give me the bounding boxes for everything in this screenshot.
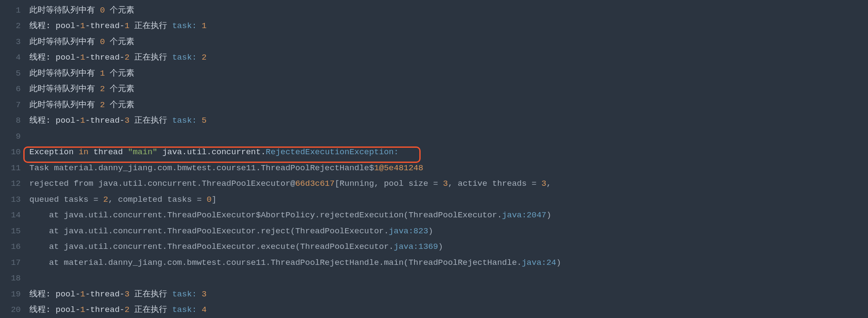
code-line[interactable]: 20线程: pool-1-thread-2 正在执行 task: 4	[0, 302, 868, 318]
code-line[interactable]: 6此时等待队列中有 2 个元素	[0, 82, 868, 98]
code-token: 此时等待队列中有	[29, 101, 100, 109]
code-token: -thread-	[85, 22, 124, 30]
code-token: 2	[100, 101, 105, 109]
code-token: 1	[80, 22, 85, 30]
code-token: java:823	[389, 227, 428, 235]
code-content[interactable]: 线程: pool-1-thread-3 正在执行 task: 5	[27, 117, 207, 125]
code-content[interactable]: Exception in thread "main" java.util.con…	[27, 148, 399, 156]
code-content[interactable]: queued tasks = 2, completed tasks = 0]	[27, 196, 216, 204]
line-number: 13	[0, 196, 27, 204]
code-token: 1	[100, 70, 105, 78]
code-token: 线程: pool-	[29, 306, 80, 314]
code-token: 线程: pool-	[29, 117, 80, 125]
code-line[interactable]: 4线程: pool-1-thread-2 正在执行 task: 2	[0, 50, 868, 66]
code-line[interactable]: 18	[0, 271, 868, 287]
code-content[interactable]: 线程: pool-1-thread-1 正在执行 task: 1	[27, 22, 207, 30]
code-content[interactable]: Task material.danny_jiang.com.bmwtest.co…	[27, 164, 423, 172]
code-token: -thread-	[85, 117, 124, 125]
code-line[interactable]: 17 at material.danny_jiang.com.bmwtest.c…	[0, 255, 868, 271]
code-line[interactable]: 19线程: pool-1-thread-3 正在执行 task: 3	[0, 286, 868, 302]
code-content[interactable]: rejected from java.util.concurrent.Threa…	[27, 180, 551, 188]
code-token: 1	[124, 22, 129, 30]
code-line[interactable]: 10Exception in thread "main" java.util.c…	[0, 145, 868, 161]
code-token: task:	[172, 22, 202, 30]
code-content[interactable]: 此时等待队列中有 0 个元素	[27, 6, 134, 15]
code-token: at material.danny_jiang.com.bmwtest.cour…	[29, 259, 522, 267]
code-line[interactable]: 14 at java.util.concurrent.ThreadPoolExe…	[0, 208, 868, 224]
code-token: java:24	[522, 259, 556, 267]
code-line[interactable]: 12rejected from java.util.concurrent.Thr…	[0, 176, 868, 192]
code-token: java:1369	[394, 243, 438, 251]
code-token: -thread-	[85, 290, 124, 299]
code-token: 4	[202, 306, 206, 314]
code-content[interactable]: 此时等待队列中有 1 个元素	[27, 70, 134, 78]
line-number: 5	[0, 70, 27, 78]
code-content[interactable]: 此时等待队列中有 2 个元素	[27, 85, 134, 93]
code-token: 3	[542, 180, 546, 188]
code-token: thread	[89, 148, 128, 156]
code-token: -thread-	[85, 54, 124, 62]
code-token: in	[79, 148, 89, 156]
code-token: Task material.danny_jiang.com.bmwtest.co…	[29, 164, 374, 172]
code-token: 2	[202, 54, 206, 62]
code-token: RejectedExecutionException:	[266, 148, 399, 156]
code-token: , active threads =	[448, 180, 542, 188]
code-token: queued tasks =	[29, 196, 103, 204]
code-content[interactable]: at material.danny_jiang.com.bmwtest.cour…	[27, 259, 561, 267]
code-token: 1	[80, 117, 85, 125]
code-token: 3	[124, 290, 129, 299]
code-token: 0	[100, 6, 105, 15]
code-token: 线程: pool-	[29, 290, 80, 299]
code-token: 正在执行	[130, 22, 172, 30]
code-content[interactable]: 线程: pool-1-thread-2 正在执行 task: 2	[27, 54, 207, 62]
code-token: 2	[124, 306, 129, 314]
line-number: 19	[0, 290, 27, 299]
code-line[interactable]: 5此时等待队列中有 1 个元素	[0, 66, 868, 82]
line-number: 11	[0, 164, 27, 172]
code-token: )	[428, 227, 433, 235]
code-token: 0	[100, 38, 105, 46]
code-editor[interactable]: 1此时等待队列中有 0 个元素2线程: pool-1-thread-1 正在执行…	[0, 0, 868, 318]
code-token: 此时等待队列中有	[29, 38, 100, 46]
code-token: 1	[80, 290, 85, 299]
code-token: rejected from java.util.concurrent.Threa…	[29, 180, 295, 188]
code-token: 1	[80, 54, 85, 62]
line-number: 4	[0, 54, 27, 62]
code-token: -thread-	[85, 306, 124, 314]
code-token: )	[438, 243, 443, 251]
code-token: 线程: pool-	[29, 22, 80, 30]
code-content[interactable]: at java.util.concurrent.ThreadPoolExecut…	[27, 211, 551, 219]
code-content[interactable]: 此时等待队列中有 2 个元素	[27, 101, 134, 109]
code-content[interactable]: 线程: pool-1-thread-2 正在执行 task: 4	[27, 306, 207, 314]
code-token: 3	[202, 290, 206, 299]
code-content[interactable]: 此时等待队列中有 0 个元素	[27, 38, 134, 46]
code-content[interactable]: 线程: pool-1-thread-3 正在执行 task: 3	[27, 290, 207, 299]
code-content[interactable]: at java.util.concurrent.ThreadPoolExecut…	[27, 243, 443, 251]
line-number: 6	[0, 85, 27, 93]
code-token: 正在执行	[130, 290, 172, 299]
code-token: 此时等待队列中有	[29, 6, 100, 15]
code-line[interactable]: 2线程: pool-1-thread-1 正在执行 task: 1	[0, 19, 868, 35]
code-token: 5	[202, 117, 206, 125]
code-line[interactable]: 3此时等待队列中有 0 个元素	[0, 34, 868, 50]
line-number: 8	[0, 117, 27, 125]
code-token: 66d3c617	[295, 180, 335, 188]
code-token: 个元素	[105, 101, 134, 109]
code-token: , completed tasks =	[108, 196, 206, 204]
code-line[interactable]: 16 at java.util.concurrent.ThreadPoolExe…	[0, 239, 868, 255]
code-token: task:	[172, 306, 202, 314]
code-token: 个元素	[105, 38, 134, 46]
code-line[interactable]: 9	[0, 129, 868, 145]
code-line[interactable]: 13queued tasks = 2, completed tasks = 0]	[0, 192, 868, 208]
code-token: 正在执行	[130, 117, 172, 125]
code-line[interactable]: 11Task material.danny_jiang.com.bmwtest.…	[0, 160, 868, 176]
code-line[interactable]: 15 at java.util.concurrent.ThreadPoolExe…	[0, 223, 868, 239]
code-line[interactable]: 7此时等待队列中有 2 个元素	[0, 97, 868, 113]
code-token: [Running, pool size =	[335, 180, 443, 188]
code-line[interactable]: 1此时等待队列中有 0 个元素	[0, 3, 868, 19]
code-token: 0	[206, 196, 211, 204]
code-content[interactable]: at java.util.concurrent.ThreadPoolExecut…	[27, 227, 433, 235]
code-line[interactable]: 8线程: pool-1-thread-3 正在执行 task: 5	[0, 113, 868, 129]
line-number: 14	[0, 211, 27, 219]
code-token: Exception	[29, 148, 79, 156]
